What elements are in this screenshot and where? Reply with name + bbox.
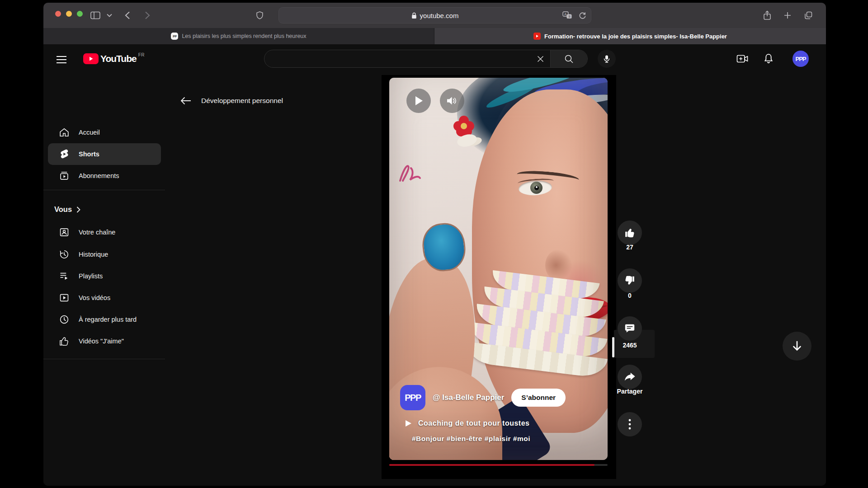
youtube-wordmark: YouTube [100,53,137,64]
screen: youtube.com A文 PP Les plaisirs les plus … [0,0,868,488]
like-count: 27 [596,244,664,251]
channel-handle[interactable]: @ Isa-Belle Pappier [433,393,504,402]
youtube-logo[interactable]: YouTube FR [83,53,145,64]
share-label: Partager [596,388,664,395]
video-frame[interactable]: PPP @ Isa-Belle Pappier S’abonner Coachi… [389,78,608,460]
back-arrow-icon[interactable] [180,97,191,105]
notifications-bell-icon[interactable] [762,52,775,65]
channel-icon [59,227,70,238]
sidebar-item-accueil[interactable]: Accueil [48,122,161,143]
search-input[interactable] [264,50,530,67]
sidebar-bottom-divider [43,359,165,359]
youtube-header: YouTube FR PPP [43,44,826,75]
shorts-page-header: Développement personnel [180,97,283,105]
liked-videos-icon [59,336,70,347]
sidebar-item-a-regarder-plus-tard[interactable]: À regarder plus tard [48,309,161,330]
menu-icon[interactable] [55,53,68,66]
tab-title: Les plaisirs les plus simples rendent pl… [182,33,306,39]
sidebar-item-vos-videos[interactable]: Vos vidéos [48,287,161,309]
share-icon[interactable] [763,10,771,20]
forward-button[interactable] [145,11,150,19]
tab-les-plaisirs[interactable]: PP Les plaisirs les plus simples rendent… [43,28,434,44]
video-progress-fill [389,464,594,466]
svg-text:A: A [564,12,566,16]
sidebar-divider [43,190,165,190]
playlists-icon [59,271,70,282]
caption-line-2[interactable]: #Bonjour #bien-être #plaisir #moi [412,435,530,443]
sidebar-item-videos-jaime[interactable]: Vidéos "J'aime" [48,330,161,352]
search-button[interactable] [550,50,587,67]
next-short-button[interactable] [783,332,811,361]
browser-toolbar: youtube.com A文 [43,3,826,28]
tab-bar: PP Les plaisirs les plus simples rendent… [43,28,826,44]
privacy-shield-icon[interactable] [256,11,264,20]
tab-overview-icon[interactable] [804,11,813,20]
create-video-icon[interactable] [736,52,749,65]
sidebar-item-playlists[interactable]: Playlists [48,265,161,287]
video-progress-track[interactable] [389,464,608,466]
tab-title: Formation- retrouve la joie des plaisirs… [544,33,727,40]
svg-text:文: 文 [568,15,571,18]
home-icon [59,127,70,138]
shorts-player: PPP @ Isa-Belle Pappier S’abonner Coachi… [382,75,616,479]
tab-favicon-pp: PP [171,33,178,40]
dislike-count: 0 [596,292,664,299]
new-tab-icon[interactable] [783,11,792,19]
chevron-right-icon [76,206,80,213]
watch-later-icon [59,314,70,325]
your-videos-icon [59,292,70,303]
back-button[interactable] [125,11,130,19]
user-avatar[interactable]: PPP [793,51,809,67]
more-options-button[interactable] [618,412,642,436]
tab-favicon-youtube-icon [533,33,541,40]
safari-window: youtube.com A文 PP Les plaisirs les plus … [43,3,826,486]
comment-count: 2465 [596,342,664,349]
sidebar-toggle-icon[interactable] [90,11,100,19]
tab-formation[interactable]: Formation- retrouve la joie des plaisirs… [434,28,826,44]
microphone-button[interactable] [598,50,616,68]
search-bar [264,50,588,68]
chevron-down-icon[interactable] [107,14,112,17]
reload-icon[interactable] [579,12,586,19]
close-window-button[interactable] [55,11,61,17]
history-icon [59,249,70,260]
share-video-button[interactable] [618,365,642,389]
page-title: Développement personnel [201,97,283,105]
subscriptions-icon [59,170,70,181]
url-text: youtube.com [420,12,459,19]
channel-avatar[interactable]: PPP [400,385,425,410]
sidebar-item-abonnements[interactable]: Abonnements [48,165,161,187]
youtube-page: YouTube FR PPP [43,44,826,486]
like-button[interactable] [618,221,642,245]
shorts-icon [59,149,70,160]
sidebar-section-vous[interactable]: Vous [54,205,80,214]
caption-play-icon [405,420,412,427]
clear-search-icon[interactable] [530,50,550,67]
channel-row: PPP @ Isa-Belle Pappier S’abonner [400,385,566,410]
translate-icon[interactable]: A文 [562,11,572,19]
sound-button[interactable] [440,89,464,113]
lock-icon [411,12,417,19]
comments-button[interactable] [618,316,642,341]
play-button[interactable] [406,89,431,113]
sidebar-item-shorts[interactable]: Shorts [48,143,161,165]
zoom-window-button[interactable] [77,11,83,17]
caption-line-1[interactable]: Coaching de tout pour toustes [405,419,530,427]
dislike-button[interactable] [618,268,642,293]
address-bar[interactable]: youtube.com A文 [278,7,591,23]
minimize-window-button[interactable] [66,11,72,17]
sidebar-item-votre-chaine[interactable]: Votre chaîne [48,221,161,243]
logo-country-code: FR [138,52,145,57]
youtube-play-icon [83,53,99,64]
subscribe-button[interactable]: S’abonner [511,389,566,407]
sidebar-item-historique[interactable]: Historique [48,244,161,265]
